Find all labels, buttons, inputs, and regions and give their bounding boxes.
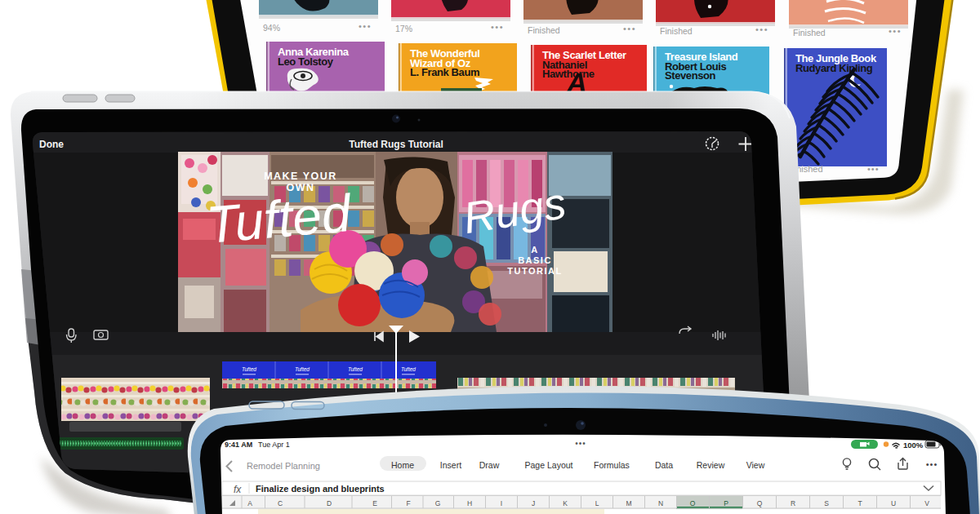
svg-text:Finished: Finished <box>793 28 826 38</box>
svg-text:S: S <box>824 499 829 507</box>
svg-text:Tue Apr 1: Tue Apr 1 <box>258 441 290 449</box>
svg-text:BASIC: BASIC <box>518 255 552 265</box>
svg-text:MAKE YOUR: MAKE YOUR <box>264 171 337 182</box>
svg-text:Page Layout: Page Layout <box>525 460 573 470</box>
svg-text:•••: ••• <box>575 439 586 448</box>
svg-text:N: N <box>658 499 663 507</box>
svg-text:Data: Data <box>655 460 673 470</box>
svg-text:L: L <box>595 499 599 507</box>
svg-text:L. Frank Baum: L. Frank Baum <box>410 66 479 78</box>
svg-text:9:41 AM: 9:41 AM <box>225 441 252 449</box>
svg-text:V: V <box>924 499 929 507</box>
svg-text:Review: Review <box>697 460 725 470</box>
svg-text:•••: ••• <box>889 26 902 36</box>
svg-text:•••: ••• <box>755 24 768 34</box>
svg-text:Done: Done <box>39 139 64 150</box>
svg-text:K: K <box>563 499 568 507</box>
svg-text:H: H <box>467 499 472 507</box>
svg-text:U: U <box>891 499 896 507</box>
svg-text:Tufted: Tufted <box>348 366 363 372</box>
svg-text:A: A <box>531 245 538 255</box>
svg-text:E: E <box>372 499 377 507</box>
svg-text:17%: 17% <box>395 24 412 33</box>
svg-text:•••: ••• <box>926 459 938 469</box>
svg-text:•••: ••• <box>623 24 636 33</box>
svg-text:Tufted Rugs Tutorial: Tufted Rugs Tutorial <box>349 139 443 150</box>
svg-text:Home: Home <box>391 460 414 470</box>
svg-text:D: D <box>327 499 332 507</box>
svg-text:Stevenson: Stevenson <box>665 69 716 82</box>
svg-text:Finished: Finished <box>660 26 693 36</box>
svg-text:•••: ••• <box>491 22 504 32</box>
svg-text:•••: ••• <box>359 21 372 31</box>
svg-text:Q: Q <box>757 499 763 507</box>
svg-text:Leo Tolstoy: Leo Tolstoy <box>278 55 334 68</box>
svg-text:Draw: Draw <box>479 460 500 470</box>
svg-text:C: C <box>278 499 283 507</box>
svg-text:View: View <box>746 460 765 470</box>
svg-text:P: P <box>724 499 728 507</box>
svg-text:Tufted: Tufted <box>401 366 416 372</box>
svg-text:fx: fx <box>234 484 242 495</box>
svg-text:Tufted: Tufted <box>295 366 310 372</box>
svg-text:J: J <box>532 499 535 507</box>
svg-text:R: R <box>791 499 795 507</box>
svg-text:Finalize design and blueprints: Finalize design and blueprints <box>256 484 385 494</box>
svg-text:G: G <box>435 499 441 507</box>
svg-text:Tufted: Tufted <box>242 366 256 372</box>
svg-text:Rudyard Kipling: Rudyard Kipling <box>795 62 873 74</box>
svg-text:I: I <box>501 499 502 507</box>
svg-text:100%: 100% <box>903 441 924 450</box>
svg-text:F: F <box>406 499 410 507</box>
svg-text:A: A <box>247 499 252 507</box>
svg-text:Remodel Planning: Remodel Planning <box>247 461 320 471</box>
svg-text:T: T <box>858 499 862 507</box>
svg-text:Formulas: Formulas <box>594 460 630 470</box>
svg-text:O: O <box>690 499 696 507</box>
svg-text:94%: 94% <box>263 23 280 33</box>
svg-text:Insert: Insert <box>440 460 461 470</box>
svg-text:TUTORIAL: TUTORIAL <box>507 266 562 276</box>
svg-text:•••: ••• <box>867 164 880 174</box>
svg-text:M: M <box>626 499 631 507</box>
svg-text:Finished: Finished <box>528 25 560 35</box>
